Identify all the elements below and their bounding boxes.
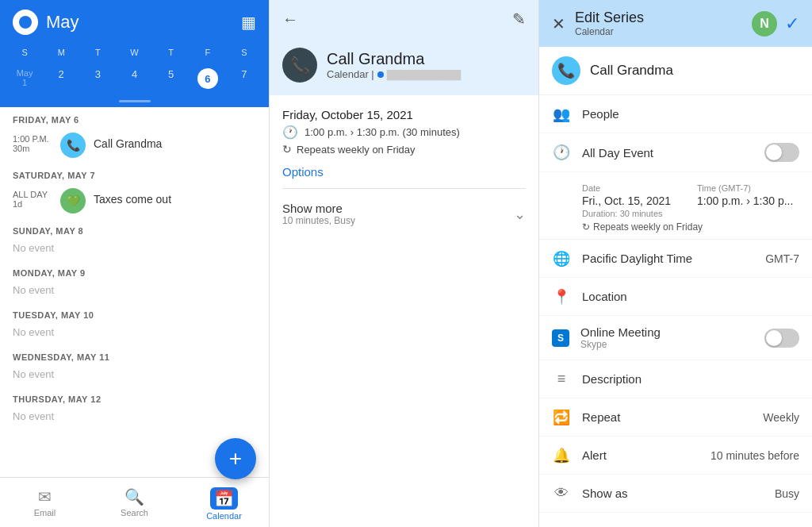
showas-label: Show as: [582, 487, 764, 500]
save-check-icon[interactable]: ✓: [785, 13, 799, 34]
location-pin-icon: 📍: [552, 288, 571, 306]
edit-series-title: Edit Series: [575, 10, 644, 26]
events-list: FRIDAY, MAY 6 1:00 P.M. 30m 📞 Call Grand…: [0, 107, 269, 477]
app-logo: [13, 10, 38, 35]
calendar-nav-icon: 📅: [210, 487, 238, 510]
repeat-weekly-text: ↻ Repeats weekly on Friday: [582, 221, 799, 233]
logo-inner: [19, 16, 32, 29]
event-taxes[interactable]: ALL DAY 1d 💚 Taxes come out: [0, 183, 269, 218]
show-more-title: Show more: [282, 202, 355, 215]
weekday-sun: S: [6, 48, 43, 57]
detail-divider: [282, 188, 526, 189]
repeat-label: Repeat: [582, 410, 752, 424]
edit-row-people[interactable]: 👥 People: [539, 95, 812, 133]
edit-body: 👥 People 🕐 All Day Event Date Fri., Oct.…: [539, 95, 812, 527]
event-detail-panel: ← ✎ 📞 Call Grandma Calendar | ██████████…: [270, 0, 539, 527]
edit-row-timezone[interactable]: 🌐 Pacific Daylight Time GMT-7: [539, 240, 812, 278]
show-more-row[interactable]: Show more 10 minutes, Busy ⌄: [282, 195, 526, 233]
cal-day-prev[interactable]: May1: [6, 65, 43, 92]
event-call-grandma[interactable]: 1:00 P.M. 30m 📞 Call Grandma: [0, 128, 269, 163]
date-col[interactable]: Date Fri., Oct. 15, 2021: [582, 183, 684, 207]
repeat-value: Weekly: [763, 411, 799, 424]
detail-body: Friday, October 15, 2021 🕐 1:00 p.m. › 1…: [270, 95, 538, 527]
detail-event-title: Call Grandma: [327, 50, 461, 68]
date-value: Fri., Oct. 15, 2021: [582, 194, 684, 207]
calendar-view-icon[interactable]: ▦: [241, 13, 256, 32]
close-icon[interactable]: ✕: [552, 14, 565, 33]
alert-value: 10 minutes before: [710, 449, 799, 462]
day-label-sun: SUNDAY, MAY 8: [0, 218, 269, 239]
edit-row-location[interactable]: 📍 Location: [539, 278, 812, 316]
detail-date: Friday, October 15, 2021: [282, 108, 526, 121]
alert-bell-icon: 🔔: [552, 447, 571, 464]
edit-row-repeat[interactable]: 🔁 Repeat Weekly: [539, 398, 812, 437]
bottom-nav: ✉ Email 🔍 Search 📅 Calendar: [0, 477, 269, 527]
edit-series-panel: ✕ Edit Series Calendar N ✓ 📞 Call Grandm…: [539, 0, 812, 527]
cal-day-today[interactable]: 6: [190, 65, 226, 92]
detail-event-icon: 📞: [282, 48, 317, 83]
description-content: Description: [582, 372, 799, 386]
timezone-value: GMT-7: [765, 252, 799, 265]
cal-day-2[interactable]: 2: [43, 65, 79, 92]
cal-day-3[interactable]: 3: [79, 65, 116, 92]
cal-day-7[interactable]: 7: [226, 65, 262, 92]
edit-icon[interactable]: ✎: [512, 10, 526, 29]
meeting-toggle[interactable]: [764, 329, 799, 348]
show-as-icon: 👁: [552, 485, 571, 502]
day-label-sat: SATURDAY, MAY 7: [0, 163, 269, 183]
event-icon-taxes: 💚: [60, 188, 86, 213]
edit-header-title-group: Edit Series Calendar: [575, 10, 644, 37]
weekday-wed: W: [116, 48, 152, 57]
day-label-fri: FRIDAY, MAY 6: [0, 107, 269, 128]
add-event-fab[interactable]: +: [215, 438, 256, 479]
chevron-down-icon: ⌄: [514, 206, 526, 223]
weekday-sat: S: [226, 48, 262, 57]
repeat-small-icon: ↻: [582, 221, 590, 233]
day-label-mon: MONDAY, MAY 9: [0, 260, 269, 281]
time-value: 1:00 p.m. › 1:30 p...: [697, 194, 799, 207]
edit-row-showas[interactable]: 👁 Show as Busy: [539, 475, 812, 513]
nav-item-calendar[interactable]: 📅 Calendar: [179, 484, 269, 524]
cal-color-indicator: [377, 71, 384, 78]
delete-event-row[interactable]: DELETE EVENT: [539, 513, 812, 527]
options-link[interactable]: Options: [282, 165, 526, 179]
event-time-taxes: ALL DAY 1d: [13, 188, 52, 209]
search-icon: 🔍: [124, 487, 144, 506]
location-content: Location: [582, 290, 799, 303]
edit-header: ✕ Edit Series Calendar N ✓: [539, 0, 812, 47]
no-event-thu: No event: [0, 407, 269, 429]
timezone-content: Pacific Daylight Time: [582, 252, 754, 265]
allday-toggle[interactable]: [764, 143, 799, 162]
meeting-sub: Skype: [580, 339, 753, 350]
edit-row-meeting[interactable]: S Online Meeting Skype: [539, 316, 812, 360]
show-more-sub: 10 minutes, Busy: [282, 215, 355, 226]
edit-event-name-row: 📞 Call Grandma: [539, 47, 812, 95]
day-label-wed: WEDNESDAY, MAY 11: [0, 344, 269, 365]
edit-header-right: N ✓: [752, 11, 799, 37]
detail-time-text: 1:00 p.m. › 1:30 p.m. (30 minutes): [304, 126, 460, 138]
people-content: People: [582, 107, 799, 121]
allday-label: All Day Event: [582, 146, 753, 160]
detail-event-cal: Calendar | ████████████: [327, 68, 461, 80]
cal-day-4[interactable]: 4: [116, 65, 152, 92]
weekday-fri: F: [190, 48, 226, 57]
edit-row-allday[interactable]: 🕐 All Day Event: [539, 133, 812, 172]
edit-row-description[interactable]: ≡ Description: [539, 360, 812, 398]
calendar-weekdays: S M T W T F S: [0, 44, 269, 62]
no-event-wed: No event: [0, 365, 269, 387]
meeting-content: Online Meeting Skype: [580, 325, 753, 350]
event-name-call: Call Grandma: [94, 133, 162, 150]
nav-item-email[interactable]: ✉ Email: [0, 484, 90, 524]
allday-toggle-knob: [766, 144, 782, 160]
edit-row-alert[interactable]: 🔔 Alert 10 minutes before: [539, 437, 812, 475]
event-icon-call: 📞: [60, 133, 86, 158]
no-event-mon: No event: [0, 281, 269, 302]
event-time-call: 1:00 P.M. 30m: [13, 133, 52, 153]
no-event-tue: No event: [0, 323, 269, 344]
scroll-indicator: [0, 98, 269, 107]
time-col[interactable]: Time (GMT-7) 1:00 p.m. › 1:30 p...: [697, 183, 799, 207]
cal-day-5[interactable]: 5: [153, 65, 190, 92]
duration-text: Duration: 30 minutes: [582, 209, 799, 218]
nav-item-search[interactable]: 🔍 Search: [90, 484, 179, 524]
back-icon[interactable]: ←: [282, 10, 298, 29]
